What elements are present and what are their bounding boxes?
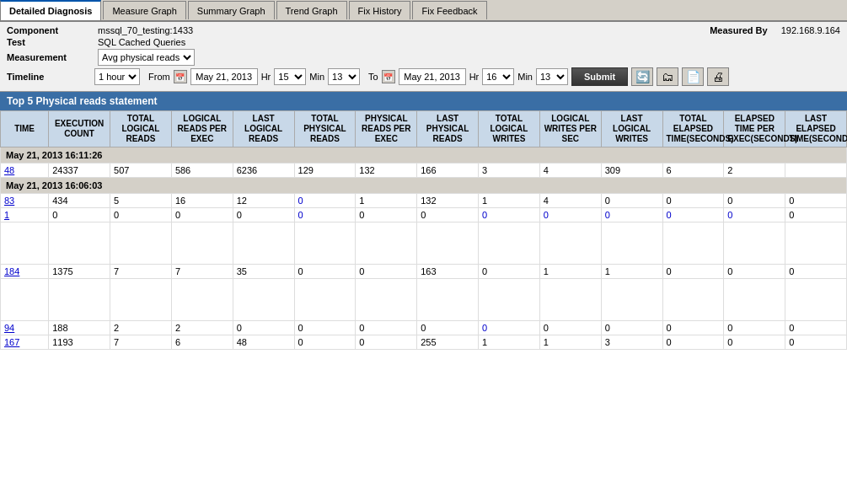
tab-trend-graph[interactable]: Trend Graph xyxy=(276,1,347,19)
table-cell: 0 xyxy=(417,208,479,223)
col-exec-count: EXECUTION COUNT xyxy=(49,111,110,147)
to-min-select[interactable]: 13 xyxy=(536,68,568,85)
table-row: 834345161201132140000 xyxy=(1,194,847,208)
table-cell: 0 xyxy=(539,321,601,335)
table-cell: 2 xyxy=(171,321,233,335)
table-cell: 1 xyxy=(539,335,601,350)
tab-summary-graph[interactable]: Summary Graph xyxy=(188,1,275,19)
table-cell[interactable]: 167 xyxy=(1,335,49,350)
table-cell: 1 xyxy=(601,265,662,279)
min-label-to: Min xyxy=(517,72,533,82)
table-container[interactable]: TIME EXECUTION COUNT TOTAL LOGICAL READS… xyxy=(0,110,847,504)
col-total-lw: TOTAL LOGICAL WRITES xyxy=(479,111,540,147)
table-cell[interactable]: 184 xyxy=(1,265,49,279)
table-cell: 0 xyxy=(785,265,847,279)
tab-fix-history[interactable]: Fix History xyxy=(349,1,411,19)
table-cell: 0 xyxy=(479,208,540,223)
table-cell: 434 xyxy=(49,194,110,208)
table-cell: 2 xyxy=(110,321,172,335)
col-total-elapsed: TOTAL ELAPSED TIME(SECONDS) xyxy=(662,111,724,147)
table-cell[interactable]: 83 xyxy=(1,194,49,208)
icon-btn-4[interactable]: 🖨 xyxy=(707,67,729,86)
table-cell: 0 xyxy=(294,265,356,279)
from-cal-icon[interactable]: 📅 xyxy=(174,70,187,83)
table-cell: 0 xyxy=(662,194,724,208)
duration-select[interactable]: 1 hour xyxy=(94,68,140,85)
table-cell: 4 xyxy=(539,194,601,208)
table-cell: 0 xyxy=(294,194,356,208)
table-cell: 0 xyxy=(724,194,785,208)
info-panel: Component mssql_70_testing:1433 Measured… xyxy=(0,22,847,92)
table-cell: 586 xyxy=(171,164,233,178)
table-cell: 1375 xyxy=(49,265,110,279)
table-cell: 35 xyxy=(233,265,294,279)
table-cell: 0 xyxy=(724,265,785,279)
tab-fix-feedback[interactable]: Fix Feedback xyxy=(412,1,486,19)
table-cell: 0 xyxy=(294,335,356,350)
table-row: 1671193764800255113000 xyxy=(1,335,847,350)
table-cell: 188 xyxy=(49,321,110,335)
table-cell: 1 xyxy=(479,335,540,350)
table-cell: 0 xyxy=(601,321,662,335)
group-header-row: May 21, 2013 16:11:26 xyxy=(1,147,847,164)
hr-label-from: Hr xyxy=(261,72,271,82)
from-date-input[interactable] xyxy=(190,68,258,85)
table-row: 482433750758662361291321663430962 xyxy=(1,164,847,178)
submit-button[interactable]: Submit xyxy=(571,67,628,86)
table-cell: 7 xyxy=(110,335,172,350)
table-cell: 132 xyxy=(417,194,479,208)
table-cell: 0 xyxy=(785,335,847,350)
table-cell: 0 xyxy=(662,321,724,335)
table-row: 1841375773500163011000 xyxy=(1,265,847,279)
group-header-cell: May 21, 2013 16:11:26 xyxy=(1,147,847,164)
measurement-select[interactable]: Avg physical reads xyxy=(98,49,195,66)
table-cell xyxy=(785,164,847,178)
table-cell: 0 xyxy=(49,208,110,223)
to-date-input[interactable] xyxy=(399,68,466,85)
measured-by-value: 192.168.9.164 xyxy=(781,25,840,35)
table-cell: 4 xyxy=(539,164,601,178)
data-table: TIME EXECUTION COUNT TOTAL LOGICAL READS… xyxy=(0,110,847,350)
table-cell: 0 xyxy=(662,208,724,223)
table-cell: 0 xyxy=(294,208,356,223)
col-last-lr: LAST LOGICAL READS xyxy=(233,111,294,147)
icon-btn-2[interactable]: 🗂 xyxy=(657,67,678,86)
col-time: TIME xyxy=(1,111,49,147)
component-label: Component xyxy=(7,25,91,35)
min-label-from: Min xyxy=(309,72,324,82)
table-cell: 1 xyxy=(539,265,601,279)
table-cell: 0 xyxy=(110,208,172,223)
col-total-pr: TOTAL PHYSICAL READS xyxy=(294,111,356,147)
table-cell: 0 xyxy=(785,194,847,208)
table-cell: 0 xyxy=(601,208,662,223)
table-cell: 0 xyxy=(724,321,785,335)
to-hr-select[interactable]: 16 xyxy=(482,68,514,85)
table-cell: 3 xyxy=(601,335,662,350)
from-min-select[interactable]: 13 xyxy=(328,68,360,85)
table-cell: 0 xyxy=(417,321,479,335)
table-cell: 1193 xyxy=(49,335,110,350)
table-cell[interactable]: 94 xyxy=(1,321,49,335)
table-cell: 3 xyxy=(479,164,540,178)
table-cell[interactable]: 1 xyxy=(1,208,49,223)
col-last-elapsed: LAST ELAPSED TIME(SECOND xyxy=(785,111,847,147)
table-cell: 0 xyxy=(662,265,724,279)
spacer-row xyxy=(1,279,847,321)
tab-detailed-diagnosis[interactable]: Detailed Diagnosis xyxy=(0,0,101,20)
table-cell: 0 xyxy=(662,335,724,350)
tab-measure-graph[interactable]: Measure Graph xyxy=(103,1,185,19)
group-header-row: May 21, 2013 16:06:03 xyxy=(1,178,847,194)
timeline-label: Timeline xyxy=(7,72,91,82)
table-cell: 7 xyxy=(171,265,233,279)
from-label: From xyxy=(148,72,170,82)
col-last-pr: LAST PHYSICAL READS xyxy=(417,111,479,147)
icon-btn-3[interactable]: 📄 xyxy=(682,67,704,86)
from-hr-select[interactable]: 15 xyxy=(274,68,306,85)
table-cell[interactable]: 48 xyxy=(1,164,49,178)
table-cell: 0 xyxy=(356,335,417,350)
table-cell: 7 xyxy=(110,265,172,279)
table-row: 10000000000000 xyxy=(1,208,847,223)
table-cell: 0 xyxy=(724,208,785,223)
to-cal-icon[interactable]: 📅 xyxy=(382,70,395,83)
icon-btn-1[interactable]: 🔄 xyxy=(631,67,653,86)
